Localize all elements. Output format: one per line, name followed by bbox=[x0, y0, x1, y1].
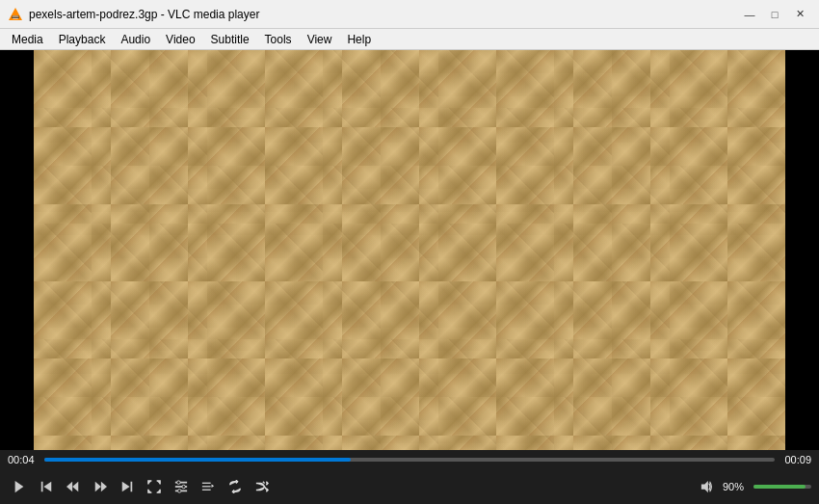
buttons-row: 90% bbox=[0, 469, 819, 504]
left-controls bbox=[8, 475, 274, 498]
fullscreen-button[interactable] bbox=[143, 475, 166, 498]
progress-fill bbox=[44, 458, 351, 462]
svg-point-16 bbox=[177, 481, 181, 485]
svg-marker-6 bbox=[43, 482, 51, 492]
svg-point-17 bbox=[182, 485, 186, 489]
svg-marker-23 bbox=[701, 481, 708, 492]
svg-marker-7 bbox=[72, 482, 78, 492]
random-button[interactable] bbox=[251, 475, 274, 498]
svg-marker-22 bbox=[212, 484, 215, 488]
svg-marker-11 bbox=[122, 482, 130, 492]
menu-help[interactable]: Help bbox=[339, 29, 379, 49]
play-button[interactable] bbox=[8, 475, 31, 498]
svg-rect-12 bbox=[131, 482, 133, 492]
progress-bar[interactable] bbox=[44, 458, 775, 462]
video-right-letterbox bbox=[785, 50, 819, 450]
close-button[interactable]: ✕ bbox=[788, 5, 811, 24]
svg-rect-20 bbox=[202, 486, 211, 487]
next-button[interactable] bbox=[116, 475, 139, 498]
menu-view[interactable]: View bbox=[300, 29, 340, 49]
menu-media[interactable]: Media bbox=[4, 29, 51, 49]
menu-subtitle[interactable]: Subtitle bbox=[203, 29, 257, 49]
menu-audio[interactable]: Audio bbox=[113, 29, 158, 49]
extended-button[interactable] bbox=[170, 475, 193, 498]
menu-video[interactable]: Video bbox=[158, 29, 202, 49]
right-controls: 90% bbox=[696, 475, 811, 498]
volume-area: 90% bbox=[696, 475, 811, 498]
menu-bar: Media Playback Audio Video Subtitle Tool… bbox=[0, 29, 819, 50]
previous-button[interactable] bbox=[35, 475, 58, 498]
volume-percentage: 90% bbox=[723, 481, 750, 492]
svg-rect-5 bbox=[41, 482, 43, 492]
video-area[interactable] bbox=[0, 50, 819, 450]
svg-rect-21 bbox=[202, 490, 211, 491]
svg-marker-4 bbox=[15, 481, 24, 492]
svg-marker-8 bbox=[66, 482, 72, 492]
time-elapsed: 00:04 bbox=[8, 454, 39, 465]
volume-button[interactable] bbox=[696, 475, 719, 498]
menu-playback[interactable]: Playback bbox=[51, 29, 114, 49]
maximize-button[interactable]: □ bbox=[763, 5, 786, 24]
video-frame bbox=[34, 50, 785, 450]
svg-marker-9 bbox=[95, 482, 101, 492]
playlist-button[interactable] bbox=[197, 475, 220, 498]
vlc-icon bbox=[8, 7, 23, 22]
svg-marker-10 bbox=[101, 482, 107, 492]
fastforward-button[interactable] bbox=[89, 475, 112, 498]
svg-rect-19 bbox=[202, 483, 211, 484]
menu-tools[interactable]: Tools bbox=[257, 29, 300, 49]
controls-area: 00:04 00:09 bbox=[0, 450, 819, 504]
minimize-button[interactable]: — bbox=[738, 5, 761, 24]
video-left-letterbox bbox=[0, 50, 34, 450]
loop-button[interactable] bbox=[224, 475, 247, 498]
progress-row: 00:04 00:09 bbox=[0, 450, 819, 469]
window-controls: — □ ✕ bbox=[738, 5, 811, 24]
volume-slider[interactable] bbox=[753, 485, 811, 489]
window-title: pexels-artem-podrez.3gp - VLC media play… bbox=[29, 8, 738, 21]
rewind-button[interactable] bbox=[62, 475, 85, 498]
title-bar: pexels-artem-podrez.3gp - VLC media play… bbox=[0, 0, 819, 29]
time-total: 00:09 bbox=[780, 454, 811, 465]
svg-point-18 bbox=[178, 490, 182, 493]
volume-fill bbox=[753, 485, 806, 489]
